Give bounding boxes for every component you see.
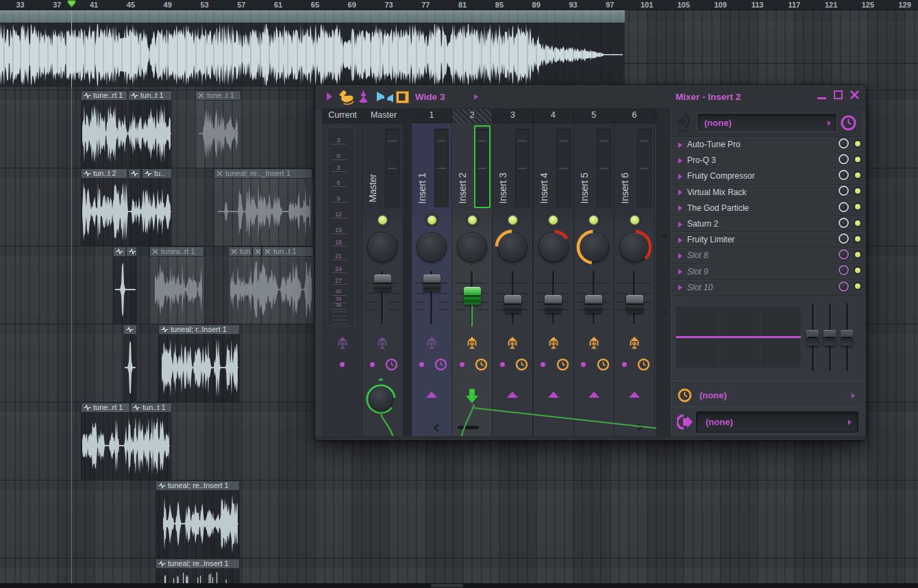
svg-text:EXT: EXT (678, 128, 689, 133)
